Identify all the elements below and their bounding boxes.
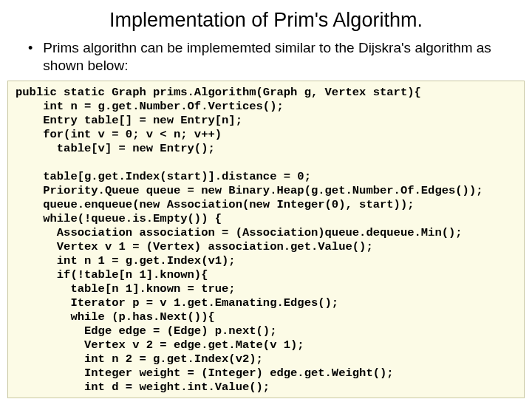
bullet-dot-icon: • <box>28 39 33 57</box>
slide: Implementation of Prim's Algorithm. • Pr… <box>0 0 532 399</box>
bullet-item: • Prims algorithn can be implememted sim… <box>12 39 520 75</box>
code-block: public static Graph prims.Algorithm(Grap… <box>7 81 525 398</box>
bullet-text: Prims algorithn can be implememted simil… <box>43 39 520 75</box>
slide-title: Implementation of Prim's Algorithm. <box>12 9 520 32</box>
